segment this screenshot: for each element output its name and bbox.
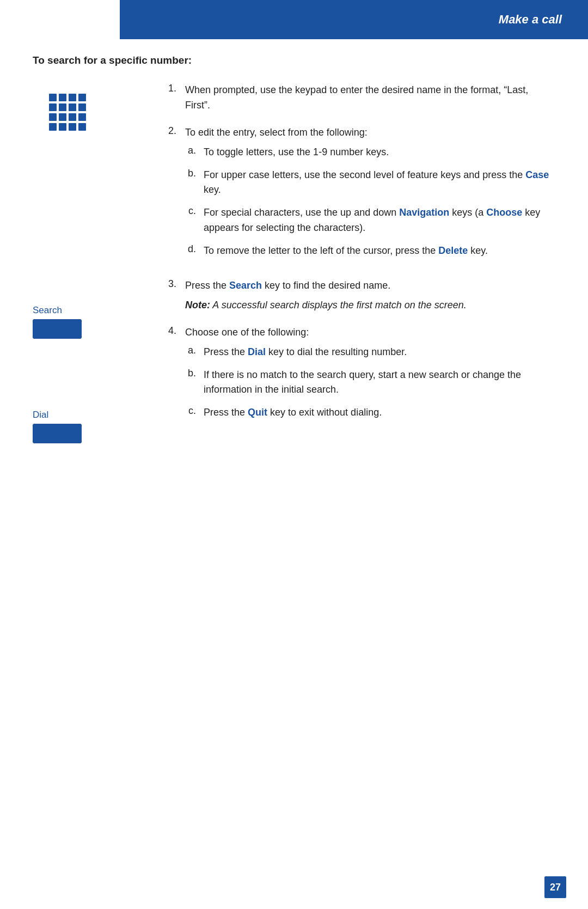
step-2-num: 2.: [163, 125, 176, 137]
keypad-dot: [59, 94, 66, 101]
two-col-layout: Search Dial 1. When prompted, use the ke…: [33, 83, 555, 460]
keypad-dot: [69, 94, 76, 101]
keypad-dot: [59, 103, 66, 111]
step-4b-letter: b.: [185, 368, 196, 379]
left-column: Search Dial: [33, 83, 152, 460]
step-4c-letter: c.: [185, 405, 196, 417]
keypad-dot: [78, 103, 86, 111]
step-2c: c. For special characters, use the up an…: [185, 205, 555, 236]
dial-label: Dial: [33, 410, 82, 420]
header-bar: Make a call: [120, 0, 588, 39]
step-3-num: 3.: [163, 278, 176, 290]
step-3-content: Press the Search key to find the desired…: [185, 278, 555, 313]
dial-section: Dial: [33, 410, 82, 460]
step-4-text: Choose one of the following:: [185, 325, 555, 340]
dial-button[interactable]: [33, 424, 82, 443]
step-2c-letter: c.: [185, 205, 196, 217]
step-4a-letter: a.: [185, 345, 196, 356]
quit-key-text: Quit: [248, 407, 267, 418]
keypad-dot: [69, 113, 76, 121]
step-2a: a. To toggle letters, use the 1-9 number…: [185, 145, 555, 160]
keypad-dot: [49, 94, 57, 101]
case-key-text: Case: [525, 169, 549, 180]
step-1-content: When prompted, use the keypad to enter t…: [185, 83, 555, 113]
step-4a-content: Press the Dial key to dial the resulting…: [204, 345, 555, 360]
step-4-content: Choose one of the following: a. Press th…: [185, 325, 555, 428]
step-4b-content: If there is no match to the search query…: [204, 368, 555, 398]
step-1: 1. When prompted, use the keypad to ente…: [163, 83, 555, 113]
keypad-icon: [49, 94, 86, 131]
step-3: 3. Press the Search key to find the desi…: [163, 278, 555, 313]
keypad-dot: [78, 94, 86, 101]
keypad-dot: [78, 113, 86, 121]
step-3-note: Note: A successful search displays the f…: [185, 298, 555, 313]
step-1-text: When prompted, use the keypad to enter t…: [185, 83, 555, 113]
step-2b-letter: b.: [185, 168, 196, 179]
search-label: Search: [33, 305, 82, 316]
search-button[interactable]: [33, 319, 82, 339]
main-content: To search for a specific number:: [33, 54, 555, 865]
step-4a: a. Press the Dial key to dial the result…: [185, 345, 555, 360]
keypad-dot: [59, 113, 66, 121]
step-2c-content: For special characters, use the up and d…: [204, 205, 555, 236]
step-4c-content: Press the Quit key to exit without diali…: [204, 405, 555, 420]
step-2-text: To edit the entry, select from the follo…: [185, 125, 555, 141]
step-4c: c. Press the Quit key to exit without di…: [185, 405, 555, 420]
page-number: 27: [544, 876, 566, 898]
step-2a-content: To toggle letters, use the 1-9 number ke…: [204, 145, 555, 160]
section-heading: To search for a specific number:: [33, 54, 555, 66]
step-4: 4. Choose one of the following: a. Press…: [163, 325, 555, 428]
step-2d: d. To remove the letter to the left of t…: [185, 243, 555, 259]
right-column: 1. When prompted, use the keypad to ente…: [152, 83, 555, 460]
step-2d-content: To remove the letter to the left of the …: [204, 243, 555, 259]
step-2b: b. For upper case letters, use the secon…: [185, 168, 555, 198]
search-section: Search: [33, 305, 82, 355]
step-2-sub-list: a. To toggle letters, use the 1-9 number…: [185, 145, 555, 259]
step-4-sub-list: a. Press the Dial key to dial the result…: [185, 345, 555, 421]
keypad-dot: [59, 123, 66, 131]
choose-key-text: Choose: [486, 207, 522, 218]
step-2-content: To edit the entry, select from the follo…: [185, 125, 555, 266]
header-title: Make a call: [499, 13, 562, 27]
step-2: 2. To edit the entry, select from the fo…: [163, 125, 555, 266]
keypad-dot: [49, 103, 57, 111]
navigation-key-text: Navigation: [399, 207, 449, 218]
keypad-dot: [69, 123, 76, 131]
step-1-num: 1.: [163, 83, 176, 94]
step-3-text: Press the Search key to find the desired…: [185, 278, 555, 294]
step-2b-content: For upper case letters, use the second l…: [204, 168, 555, 198]
search-key-text: Search: [229, 280, 262, 291]
step-4b: b. If there is no match to the search qu…: [185, 368, 555, 398]
keypad-dot: [49, 113, 57, 121]
dial-key-text: Dial: [248, 346, 266, 357]
steps-list: 1. When prompted, use the keypad to ente…: [163, 83, 555, 428]
keypad-dot: [69, 103, 76, 111]
step-4-num: 4.: [163, 325, 176, 337]
delete-key-text: Delete: [438, 245, 468, 256]
keypad-dot: [49, 123, 57, 131]
keypad-dot: [78, 123, 86, 131]
step-2d-letter: d.: [185, 243, 196, 255]
step-2a-letter: a.: [185, 145, 196, 156]
